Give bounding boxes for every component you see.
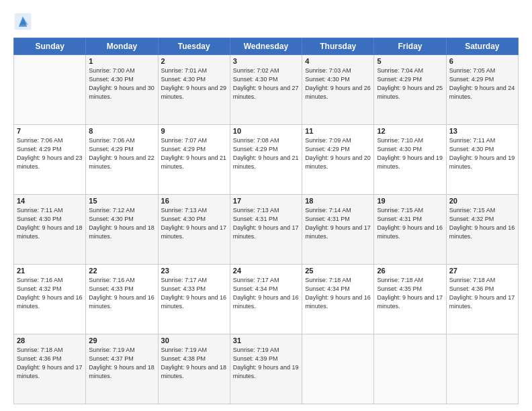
day-info: Sunrise: 7:12 AMSunset: 4:30 PMDaylight:… bbox=[89, 206, 154, 241]
day-info: Sunrise: 7:19 AMSunset: 4:39 PMDaylight:… bbox=[233, 346, 299, 381]
calendar-cell: 11Sunrise: 7:09 AMSunset: 4:29 PMDayligh… bbox=[302, 125, 374, 195]
day-number: 13 bbox=[449, 127, 515, 135]
day-number: 14 bbox=[17, 197, 83, 205]
calendar-cell: 10Sunrise: 7:08 AMSunset: 4:29 PMDayligh… bbox=[230, 125, 302, 195]
calendar-cell: 9Sunrise: 7:07 AMSunset: 4:29 PMDaylight… bbox=[158, 125, 230, 195]
calendar-cell bbox=[374, 334, 446, 404]
calendar-cell bbox=[446, 334, 518, 404]
day-number: 6 bbox=[449, 57, 515, 65]
page-header bbox=[13, 12, 519, 31]
day-info: Sunrise: 7:03 AMSunset: 4:30 PMDaylight:… bbox=[305, 66, 371, 101]
calendar-cell: 27Sunrise: 7:18 AMSunset: 4:36 PMDayligh… bbox=[446, 265, 518, 334]
calendar-cell bbox=[302, 334, 374, 404]
day-info: Sunrise: 7:18 AMSunset: 4:35 PMDaylight:… bbox=[377, 276, 443, 311]
calendar-cell: 8Sunrise: 7:06 AMSunset: 4:29 PMDaylight… bbox=[86, 125, 158, 195]
day-info: Sunrise: 7:14 AMSunset: 4:31 PMDaylight:… bbox=[305, 206, 371, 241]
day-info: Sunrise: 7:06 AMSunset: 4:29 PMDaylight:… bbox=[17, 136, 83, 171]
calendar-cell: 26Sunrise: 7:18 AMSunset: 4:35 PMDayligh… bbox=[374, 265, 446, 334]
day-info: Sunrise: 7:17 AMSunset: 4:34 PMDaylight:… bbox=[233, 276, 299, 311]
weekday-header: Sunday bbox=[14, 38, 86, 55]
day-number: 4 bbox=[305, 57, 371, 65]
day-number: 19 bbox=[377, 197, 443, 205]
calendar-cell: 12Sunrise: 7:10 AMSunset: 4:30 PMDayligh… bbox=[374, 125, 446, 195]
day-number: 31 bbox=[233, 336, 299, 345]
day-number: 25 bbox=[305, 267, 371, 275]
day-info: Sunrise: 7:09 AMSunset: 4:29 PMDaylight:… bbox=[305, 136, 371, 171]
day-info: Sunrise: 7:11 AMSunset: 4:30 PMDaylight:… bbox=[449, 136, 515, 171]
calendar-week-row: 14Sunrise: 7:11 AMSunset: 4:30 PMDayligh… bbox=[14, 195, 519, 265]
day-number: 16 bbox=[161, 197, 227, 205]
day-number: 17 bbox=[233, 197, 299, 205]
day-info: Sunrise: 7:04 AMSunset: 4:29 PMDaylight:… bbox=[377, 66, 443, 101]
day-info: Sunrise: 7:00 AMSunset: 4:30 PMDaylight:… bbox=[89, 66, 154, 101]
calendar-cell: 22Sunrise: 7:16 AMSunset: 4:33 PMDayligh… bbox=[86, 265, 158, 334]
calendar-week-row: 7Sunrise: 7:06 AMSunset: 4:29 PMDaylight… bbox=[14, 125, 519, 195]
day-info: Sunrise: 7:06 AMSunset: 4:29 PMDaylight:… bbox=[89, 136, 154, 171]
calendar-cell: 7Sunrise: 7:06 AMSunset: 4:29 PMDaylight… bbox=[14, 125, 86, 195]
day-info: Sunrise: 7:16 AMSunset: 4:32 PMDaylight:… bbox=[17, 276, 83, 311]
calendar-cell: 5Sunrise: 7:04 AMSunset: 4:29 PMDaylight… bbox=[374, 55, 446, 125]
day-info: Sunrise: 7:07 AMSunset: 4:29 PMDaylight:… bbox=[161, 136, 227, 171]
day-number: 22 bbox=[89, 267, 154, 275]
day-number: 9 bbox=[161, 127, 227, 135]
calendar-cell: 30Sunrise: 7:19 AMSunset: 4:38 PMDayligh… bbox=[158, 334, 230, 404]
day-info: Sunrise: 7:18 AMSunset: 4:36 PMDaylight:… bbox=[449, 276, 515, 311]
day-number: 12 bbox=[377, 127, 443, 135]
day-number: 18 bbox=[305, 197, 371, 205]
calendar-cell: 21Sunrise: 7:16 AMSunset: 4:32 PMDayligh… bbox=[14, 265, 86, 334]
day-number: 27 bbox=[449, 267, 515, 275]
calendar-cell: 25Sunrise: 7:18 AMSunset: 4:34 PMDayligh… bbox=[302, 265, 374, 334]
calendar-cell: 24Sunrise: 7:17 AMSunset: 4:34 PMDayligh… bbox=[230, 265, 302, 334]
day-number: 26 bbox=[377, 267, 443, 275]
calendar-cell: 19Sunrise: 7:15 AMSunset: 4:31 PMDayligh… bbox=[374, 195, 446, 265]
weekday-header: Friday bbox=[374, 38, 446, 55]
day-info: Sunrise: 7:15 AMSunset: 4:31 PMDaylight:… bbox=[377, 206, 443, 241]
day-info: Sunrise: 7:08 AMSunset: 4:29 PMDaylight:… bbox=[233, 136, 299, 171]
calendar-week-row: 1Sunrise: 7:00 AMSunset: 4:30 PMDaylight… bbox=[14, 55, 519, 125]
day-number: 11 bbox=[305, 127, 371, 135]
calendar-cell: 20Sunrise: 7:15 AMSunset: 4:32 PMDayligh… bbox=[446, 195, 518, 265]
calendar-cell: 3Sunrise: 7:02 AMSunset: 4:30 PMDaylight… bbox=[230, 55, 302, 125]
weekday-header: Saturday bbox=[446, 38, 518, 55]
calendar-week-row: 21Sunrise: 7:16 AMSunset: 4:32 PMDayligh… bbox=[14, 265, 519, 334]
weekday-header-row: SundayMondayTuesdayWednesdayThursdayFrid… bbox=[14, 38, 519, 55]
day-number: 29 bbox=[89, 336, 154, 345]
day-number: 20 bbox=[449, 197, 515, 205]
day-number: 2 bbox=[161, 57, 227, 65]
day-info: Sunrise: 7:19 AMSunset: 4:38 PMDaylight:… bbox=[161, 346, 227, 381]
day-info: Sunrise: 7:13 AMSunset: 4:30 PMDaylight:… bbox=[161, 206, 227, 241]
day-info: Sunrise: 7:17 AMSunset: 4:33 PMDaylight:… bbox=[161, 276, 227, 311]
calendar-table: SundayMondayTuesdayWednesdayThursdayFrid… bbox=[13, 38, 519, 404]
calendar-cell: 16Sunrise: 7:13 AMSunset: 4:30 PMDayligh… bbox=[158, 195, 230, 265]
day-number: 10 bbox=[233, 127, 299, 135]
day-info: Sunrise: 7:16 AMSunset: 4:33 PMDaylight:… bbox=[89, 276, 154, 311]
day-number: 30 bbox=[161, 336, 227, 345]
calendar-week-row: 28Sunrise: 7:18 AMSunset: 4:36 PMDayligh… bbox=[14, 334, 519, 404]
logo bbox=[13, 12, 35, 31]
day-number: 28 bbox=[17, 336, 83, 345]
calendar-cell: 13Sunrise: 7:11 AMSunset: 4:30 PMDayligh… bbox=[446, 125, 518, 195]
calendar-cell: 4Sunrise: 7:03 AMSunset: 4:30 PMDaylight… bbox=[302, 55, 374, 125]
day-info: Sunrise: 7:18 AMSunset: 4:34 PMDaylight:… bbox=[305, 276, 371, 311]
day-info: Sunrise: 7:02 AMSunset: 4:30 PMDaylight:… bbox=[233, 66, 299, 101]
logo-icon bbox=[13, 12, 32, 31]
day-info: Sunrise: 7:05 AMSunset: 4:29 PMDaylight:… bbox=[449, 66, 515, 101]
calendar-cell bbox=[14, 55, 86, 125]
weekday-header: Tuesday bbox=[158, 38, 230, 55]
calendar-cell: 15Sunrise: 7:12 AMSunset: 4:30 PMDayligh… bbox=[86, 195, 158, 265]
day-info: Sunrise: 7:01 AMSunset: 4:30 PMDaylight:… bbox=[161, 66, 227, 101]
calendar-cell: 23Sunrise: 7:17 AMSunset: 4:33 PMDayligh… bbox=[158, 265, 230, 334]
weekday-header: Monday bbox=[86, 38, 158, 55]
calendar-cell: 6Sunrise: 7:05 AMSunset: 4:29 PMDaylight… bbox=[446, 55, 518, 125]
weekday-header: Wednesday bbox=[230, 38, 302, 55]
day-number: 5 bbox=[377, 57, 443, 65]
day-number: 7 bbox=[17, 127, 83, 135]
calendar-cell: 14Sunrise: 7:11 AMSunset: 4:30 PMDayligh… bbox=[14, 195, 86, 265]
day-info: Sunrise: 7:19 AMSunset: 4:37 PMDaylight:… bbox=[89, 346, 154, 381]
calendar-cell: 1Sunrise: 7:00 AMSunset: 4:30 PMDaylight… bbox=[86, 55, 158, 125]
day-number: 15 bbox=[89, 197, 154, 205]
day-info: Sunrise: 7:15 AMSunset: 4:32 PMDaylight:… bbox=[449, 206, 515, 241]
day-number: 1 bbox=[89, 57, 154, 65]
calendar-cell: 29Sunrise: 7:19 AMSunset: 4:37 PMDayligh… bbox=[86, 334, 158, 404]
weekday-header: Thursday bbox=[302, 38, 374, 55]
